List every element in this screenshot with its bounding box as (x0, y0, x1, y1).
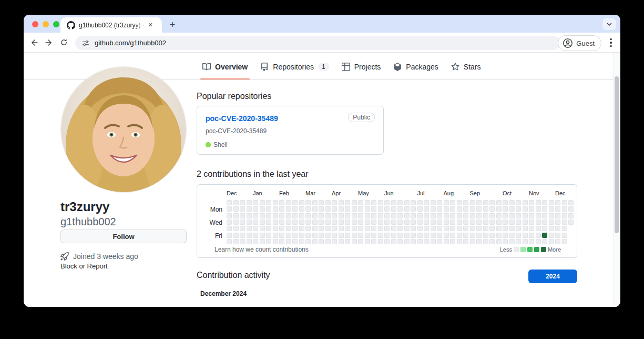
contribution-cell[interactable] (378, 220, 383, 225)
contribution-cell[interactable] (286, 233, 291, 238)
contribution-cell[interactable] (450, 226, 455, 231)
contribution-cell[interactable] (457, 206, 462, 212)
contribution-cell[interactable] (431, 239, 436, 244)
contribution-cell[interactable] (305, 213, 311, 218)
contribution-cell[interactable] (240, 233, 245, 238)
contribution-cell[interactable] (345, 226, 350, 231)
new-tab-button[interactable]: + (166, 18, 179, 31)
contribution-cell[interactable] (247, 206, 252, 212)
contribution-cell[interactable] (253, 226, 258, 231)
contribution-cell[interactable] (516, 200, 521, 205)
contribution-cell[interactable] (253, 233, 258, 238)
contribution-cell[interactable] (397, 239, 403, 244)
contribution-cell[interactable] (305, 233, 311, 238)
contribution-cell[interactable] (549, 200, 554, 205)
contribution-cell[interactable] (450, 213, 455, 218)
guest-profile-button[interactable]: Guest (558, 35, 601, 51)
contribution-cell[interactable] (371, 206, 376, 212)
contribution-cell[interactable] (555, 206, 560, 212)
contribution-cell[interactable] (431, 233, 436, 238)
contribution-cell[interactable] (523, 226, 528, 231)
contribution-cell[interactable] (417, 200, 423, 205)
contribution-cell[interactable] (542, 220, 547, 225)
contribution-cell[interactable] (417, 220, 423, 225)
year-2024-button[interactable]: 2024 (528, 270, 577, 283)
contribution-cell[interactable] (286, 239, 291, 244)
contribution-cell[interactable] (352, 213, 357, 218)
contribution-cell[interactable] (266, 233, 271, 238)
contribution-cell[interactable] (509, 213, 515, 218)
contribution-cell[interactable] (247, 233, 252, 238)
contribution-cell[interactable] (516, 206, 521, 212)
contribution-cell[interactable] (404, 226, 410, 231)
contribution-cell[interactable] (509, 239, 515, 244)
contribution-cell[interactable] (312, 226, 318, 231)
contribution-cell[interactable] (542, 239, 547, 244)
contribution-cell[interactable] (233, 226, 239, 231)
contribution-cell[interactable] (523, 233, 528, 238)
contribution-cell[interactable] (562, 200, 567, 205)
contribution-cell[interactable] (325, 233, 331, 238)
contribution-cell[interactable] (489, 213, 495, 218)
contribution-cell[interactable] (489, 200, 495, 205)
contribution-cell[interactable] (339, 220, 344, 225)
contribution-cell[interactable] (299, 213, 304, 218)
contribution-cell[interactable] (417, 226, 423, 231)
contribution-cell[interactable] (529, 213, 534, 218)
contribution-cell[interactable] (292, 213, 298, 218)
contribution-cell[interactable] (470, 200, 475, 205)
contribution-cell[interactable] (450, 233, 455, 238)
contribution-cell[interactable] (273, 206, 278, 212)
contribution-cell[interactable] (489, 239, 495, 244)
contribution-cell[interactable] (273, 200, 278, 205)
contribution-cell[interactable] (404, 233, 410, 238)
contribution-cell[interactable] (378, 206, 383, 212)
contribution-cell[interactable] (365, 206, 370, 212)
contribution-cell[interactable] (312, 200, 318, 205)
contribution-cell[interactable] (240, 200, 245, 205)
contribution-cell[interactable] (431, 206, 436, 212)
contribution-cell[interactable] (266, 220, 271, 225)
contribution-cell[interactable] (536, 233, 541, 238)
contribution-cell[interactable] (339, 200, 344, 205)
contribution-cell[interactable] (463, 206, 468, 212)
contribution-cell[interactable] (476, 206, 482, 212)
contribution-cell[interactable] (397, 226, 403, 231)
contribution-cell[interactable] (384, 200, 390, 205)
contribution-cell[interactable] (325, 226, 331, 231)
contribution-cell[interactable] (260, 213, 265, 218)
contribution-cell[interactable] (411, 239, 416, 244)
contribution-cell[interactable] (319, 220, 324, 225)
contribution-cell[interactable] (549, 220, 554, 225)
contribution-cell[interactable] (358, 233, 363, 238)
contribution-cell[interactable] (378, 233, 383, 238)
contribution-cell[interactable] (273, 220, 278, 225)
learn-contributions-link[interactable]: Learn how we count contributions (214, 246, 309, 253)
contribution-cell[interactable] (463, 220, 468, 225)
reload-button[interactable] (56, 35, 71, 50)
contribution-cell[interactable] (312, 233, 318, 238)
contribution-cell[interactable] (457, 239, 462, 244)
contribution-cell[interactable] (536, 200, 541, 205)
contribution-cell[interactable] (424, 206, 429, 212)
tab-search-button[interactable] (602, 18, 616, 30)
contribution-cell[interactable] (470, 239, 475, 244)
contribution-cell[interactable] (391, 239, 396, 244)
contribution-cell[interactable] (345, 206, 350, 212)
contribution-cell[interactable] (549, 206, 554, 212)
contribution-cell[interactable] (253, 213, 258, 218)
contribution-cell[interactable] (536, 213, 541, 218)
contribution-cell[interactable] (325, 206, 331, 212)
contribution-cell[interactable] (529, 220, 534, 225)
maximize-window-button[interactable] (53, 21, 59, 27)
contribution-cell[interactable] (352, 239, 357, 244)
contribution-cell[interactable] (496, 213, 502, 218)
contribution-cell[interactable] (319, 233, 324, 238)
contribution-cell[interactable] (227, 206, 232, 212)
contribution-cell[interactable] (227, 233, 232, 238)
contribution-cell[interactable] (279, 220, 284, 225)
contribution-cell[interactable] (299, 206, 304, 212)
contribution-cell[interactable] (371, 213, 376, 218)
contribution-cell[interactable] (404, 200, 410, 205)
contribution-cell[interactable] (476, 233, 482, 238)
